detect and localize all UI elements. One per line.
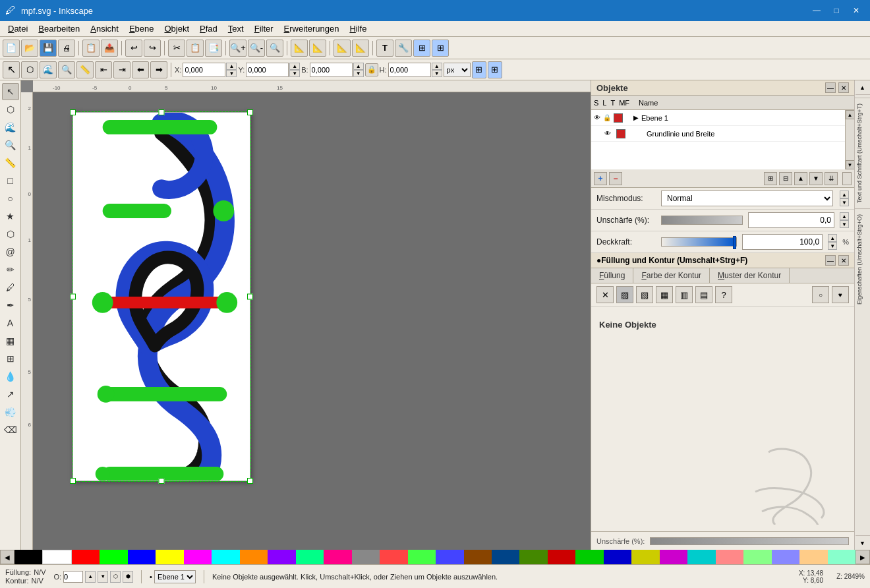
y-input[interactable] — [246, 63, 289, 77]
color-lightmint[interactable] — [743, 550, 771, 564]
color-darkyellow[interactable] — [631, 550, 659, 564]
color-red[interactable] — [72, 550, 100, 564]
b-input[interactable] — [310, 63, 353, 77]
scroll-top-btn[interactable]: ▲ — [856, 80, 870, 95]
3d-tool-btn[interactable]: ⬡ — [2, 225, 19, 243]
b-down[interactable]: ▼ — [353, 70, 364, 77]
panel-minimize-btn[interactable]: — — [825, 82, 836, 93]
redo-button[interactable]: ↪ — [144, 40, 161, 57]
mesh-tool-btn[interactable]: ⊞ — [2, 350, 19, 367]
menu-pfad[interactable]: Pfad — [194, 22, 223, 35]
fill-linear-btn[interactable]: ▧ — [636, 286, 653, 303]
color-brown[interactable] — [464, 550, 492, 564]
cut-button[interactable]: ✂ — [168, 40, 185, 57]
scroll-down-btn[interactable]: ▼ — [846, 160, 855, 169]
print-button[interactable]: 🖨 — [58, 40, 75, 57]
canvas-viewport[interactable] — [33, 92, 591, 550]
paste-button[interactable]: 📑 — [205, 40, 222, 57]
save-button[interactable]: 💾 — [40, 40, 57, 57]
select-tool-btn[interactable]: ↖ — [2, 83, 19, 100]
menu-hilfe[interactable]: Hilfe — [344, 22, 372, 35]
spiral-tool-btn[interactable]: @ — [2, 243, 19, 260]
menu-erweiterungen[interactable]: Erweiterungen — [279, 22, 345, 35]
y-down[interactable]: ▼ — [289, 70, 300, 77]
fill-panel-close[interactable]: ✕ — [838, 255, 849, 266]
obj-tool-down[interactable]: ▼ — [809, 172, 823, 185]
close-button[interactable]: ✕ — [848, 4, 865, 17]
y-up[interactable]: ▲ — [289, 63, 300, 70]
gradient-tool-btn[interactable]: ▦ — [2, 332, 19, 349]
group-button[interactable]: 📐 — [291, 40, 308, 57]
fill-heart-btn[interactable]: ♥ — [832, 286, 849, 303]
deckkraft-up[interactable]: ▲ — [828, 234, 837, 242]
color-lightblue[interactable] — [436, 550, 463, 564]
menu-ebene[interactable]: Ebene — [124, 22, 160, 35]
zoom-out-button[interactable]: 🔍- — [248, 40, 265, 57]
connector-tool-btn[interactable]: ↗ — [2, 386, 19, 403]
fill-panel-min[interactable]: — — [825, 255, 836, 266]
color-darkcyan[interactable] — [687, 550, 715, 564]
h-up[interactable]: ▲ — [432, 63, 442, 70]
eraser-tool-btn[interactable]: ⌫ — [2, 421, 19, 438]
layer-select[interactable]: Ebene 1 — [154, 570, 196, 583]
node-edit-tool[interactable]: ⬡ — [21, 61, 38, 78]
color-mint[interactable] — [296, 550, 324, 564]
color-magenta[interactable] — [184, 550, 212, 564]
fill-radial-btn[interactable]: ▦ — [656, 286, 673, 303]
color-aqua[interactable] — [828, 550, 856, 564]
add-layer-btn[interactable]: + — [594, 172, 607, 185]
measure-tool-btn[interactable]: 📏 — [2, 154, 19, 171]
unit-select[interactable]: px mm cm — [444, 63, 471, 77]
color-darkgreen[interactable] — [575, 550, 603, 564]
menu-ansicht[interactable]: Ansicht — [85, 22, 124, 35]
color-darkmagenta[interactable] — [660, 550, 687, 564]
h-down[interactable]: ▼ — [432, 70, 442, 77]
undo-button[interactable]: ↩ — [125, 40, 142, 57]
b-up[interactable]: ▲ — [353, 63, 364, 70]
opacity-input[interactable] — [63, 571, 83, 583]
remove-layer-btn[interactable]: − — [609, 172, 622, 185]
color-blue[interactable] — [128, 550, 156, 564]
misc-down[interactable]: ▼ — [840, 198, 849, 206]
color-cyan[interactable] — [212, 550, 239, 564]
color-green[interactable] — [100, 550, 127, 564]
snap-button[interactable]: ⊞ — [413, 40, 430, 57]
unscharfe-up[interactable]: ▲ — [840, 212, 849, 220]
fill-marker-btn[interactable]: ○ — [812, 286, 829, 303]
new-button[interactable]: 📄 — [3, 40, 20, 57]
panel-close-btn[interactable]: ✕ — [838, 82, 849, 93]
transform-btn2[interactable]: ⊞ — [488, 61, 502, 78]
fill-mesh-btn[interactable]: ▥ — [676, 286, 693, 303]
deckkraft-handle[interactable] — [733, 236, 736, 249]
align-l-tool[interactable]: ⬅ — [132, 61, 149, 78]
color-orange[interactable] — [240, 550, 268, 564]
color-white[interactable] — [42, 550, 71, 564]
pen-tool-btn[interactable]: 🖊 — [2, 279, 19, 296]
node-button[interactable]: 🔧 — [395, 40, 412, 57]
h-input[interactable] — [388, 63, 431, 77]
distribute-button[interactable]: 📐 — [352, 40, 369, 57]
align-button[interactable]: 📐 — [334, 40, 351, 57]
minimize-button[interactable]: — — [808, 4, 825, 17]
export-button[interactable]: 📤 — [101, 40, 118, 57]
copy-button[interactable]: 📋 — [187, 40, 204, 57]
side-tab-text[interactable]: Text und Schriftart (Umschalt+Strg+T) — [855, 98, 870, 208]
lock-ratio-btn[interactable]: 🔒 — [365, 63, 378, 76]
obj-tool-end[interactable]: ⇊ — [825, 172, 838, 185]
opacity-down[interactable]: ▼ — [98, 571, 108, 583]
tab-kontur-muster[interactable]: Muster der Kontur — [710, 268, 790, 283]
opacity-btn2[interactable]: ⬢ — [123, 571, 133, 583]
opacity-btn1[interactable]: ⬡ — [110, 571, 121, 583]
color-pink[interactable] — [324, 550, 351, 564]
color-gray[interactable] — [352, 550, 380, 564]
color-strip-arrow[interactable]: ◀ — [0, 550, 14, 564]
scroll-bottom-btn[interactable]: ▼ — [856, 535, 870, 550]
color-peach[interactable] — [799, 550, 827, 564]
fill-none-btn[interactable]: ✕ — [596, 286, 614, 303]
menu-datei[interactable]: Datei — [3, 22, 33, 35]
tweak-tool[interactable]: 🌊 — [40, 61, 57, 78]
fill-pattern-btn[interactable]: ▤ — [695, 286, 712, 303]
layer-row-ebene1[interactable]: 👁 🔒 ▶ Ebene 1 — [591, 110, 854, 126]
maximize-button[interactable]: □ — [828, 4, 845, 17]
color-darkblue[interactable] — [604, 550, 631, 564]
